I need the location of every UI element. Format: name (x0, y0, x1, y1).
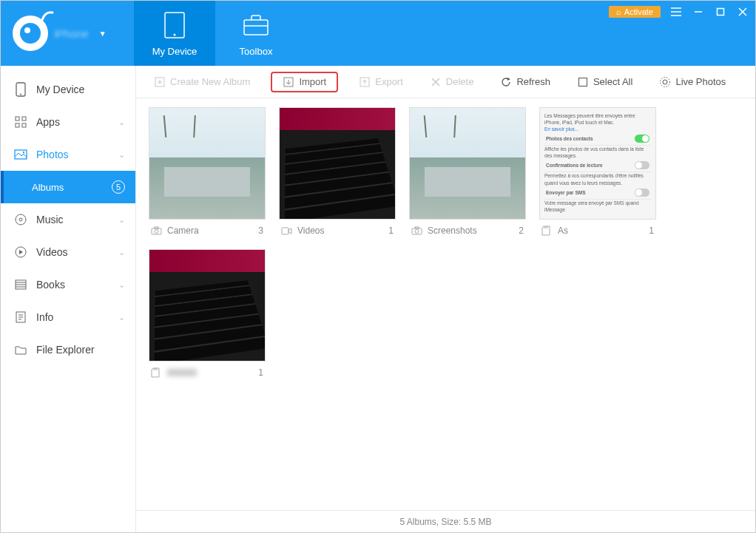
chevron-down-icon: ⌄ (118, 215, 125, 225)
settings-link: En savoir plus... (544, 126, 651, 132)
live-photos-button[interactable]: Live Photos (653, 73, 732, 91)
camera-icon (151, 226, 163, 235)
album-meta: Camera 3 (144, 220, 271, 236)
settings-row: Envoyer par SMS (546, 189, 585, 196)
album-item[interactable]: Camera 3 (144, 107, 271, 236)
menu-icon[interactable] (669, 5, 683, 18)
select-all-button[interactable]: Select All (571, 73, 638, 91)
album-meta: 1 (144, 361, 271, 378)
sidebar-label: Apps (36, 116, 60, 128)
toggle-icon (635, 161, 649, 169)
video-icon (281, 227, 293, 235)
svg-point-20 (19, 218, 22, 221)
main: Create New Album Import Export Delete Re… (136, 66, 755, 532)
header: iPhone ▼ My Device Toolbox ⌕ Activate (1, 1, 755, 66)
music-icon (13, 214, 29, 225)
import-icon (283, 76, 294, 88)
album-count: 1 (649, 225, 654, 236)
album-name: As (558, 225, 568, 236)
tablet-icon (161, 10, 188, 40)
album-name: Camera (167, 225, 199, 236)
album-item[interactable]: 1 (144, 249, 271, 378)
svg-rect-8 (718, 9, 724, 16)
svg-point-12 (20, 94, 21, 95)
sidebar-item-apps[interactable]: Apps ⌄ (1, 106, 135, 138)
album-thumb (149, 249, 266, 361)
delete-button[interactable]: Delete (424, 73, 480, 91)
svg-rect-2 (244, 20, 268, 35)
settings-text: Les Messages peuvent être envoyés entre … (544, 112, 651, 126)
folder-icon (13, 345, 29, 355)
key-icon: ⌕ (616, 7, 621, 16)
album-thumb (409, 107, 526, 220)
svg-point-18 (23, 152, 24, 153)
statusbar: 5 Albums, Size: 5.5 MB (136, 510, 755, 532)
header-tabs: My Device Toolbox (134, 1, 297, 66)
album-count: 2 (519, 225, 524, 236)
sidebar-label: File Explorer (36, 344, 95, 356)
chevron-down-icon: ⌄ (118, 150, 125, 160)
toggle-icon (635, 189, 649, 197)
svg-point-19 (16, 214, 26, 225)
books-icon (13, 279, 29, 290)
apps-icon (13, 116, 29, 128)
activate-button[interactable]: ⌕ Activate (609, 6, 661, 18)
plus-icon (154, 76, 166, 88)
sidebar-item-info[interactable]: Info ⌄ (1, 301, 135, 333)
window-controls: ⌕ Activate (609, 5, 749, 18)
caret-down-icon[interactable]: ▼ (99, 30, 107, 38)
sidebar-item-music[interactable]: Music ⌄ (1, 203, 135, 236)
tab-my-device[interactable]: My Device (134, 1, 215, 66)
tab-label: Toolbox (240, 46, 273, 57)
sidebar-subitem-albums[interactable]: Albums 5 (1, 171, 135, 203)
import-button[interactable]: Import (271, 72, 338, 92)
delete-icon (430, 76, 442, 88)
svg-point-40 (663, 80, 667, 84)
album-name: Screenshots (428, 225, 477, 236)
settings-sub: Votre message sera envoyé par SMS quand … (544, 200, 651, 213)
export-icon (359, 76, 371, 88)
album-item[interactable]: Les Messages peuvent être envoyés entre … (534, 107, 661, 236)
sidebar-label: Photos (36, 149, 69, 160)
camera-icon (411, 226, 423, 235)
export-button[interactable]: Export (353, 73, 409, 91)
svg-rect-13 (16, 117, 19, 120)
svg-rect-39 (578, 78, 587, 86)
sidebar-item-books[interactable]: Books ⌄ (1, 268, 135, 301)
settings-row: Confirmations de lecture (546, 162, 603, 169)
refresh-icon (500, 76, 512, 88)
logo-area[interactable]: iPhone ▼ (1, 1, 134, 66)
tab-toolbox[interactable]: Toolbox (215, 1, 297, 66)
sd-icon (541, 225, 553, 236)
album-count: 3 (258, 225, 263, 236)
device-name: iPhone (54, 27, 89, 40)
videos-icon (13, 246, 29, 258)
create-album-button[interactable]: Create New Album (148, 73, 256, 91)
sidebar-item-videos[interactable]: Videos ⌄ (1, 236, 135, 268)
svg-marker-38 (507, 78, 510, 81)
maximize-icon[interactable] (714, 5, 727, 18)
minimize-icon[interactable] (692, 5, 705, 18)
sidebar-label: Music (36, 214, 64, 225)
settings-sub: Affiche les photos de vos contacts dans … (544, 146, 651, 159)
svg-rect-16 (22, 123, 26, 127)
body: My Device Apps ⌄ Photos ⌄ Albums 5 Music… (1, 66, 755, 532)
album-count: 1 (388, 225, 394, 236)
svg-marker-46 (288, 228, 291, 234)
tb-label: Live Photos (675, 76, 726, 87)
chevron-down-icon: ⌄ (118, 313, 125, 322)
tb-label: Create New Album (170, 76, 250, 87)
sidebar-item-photos[interactable]: Photos ⌄ (1, 138, 135, 171)
toolbar: Create New Album Import Export Delete Re… (136, 66, 755, 98)
album-count: 1 (258, 367, 263, 378)
tb-label: Export (375, 76, 403, 87)
sidebar-item-file-explorer[interactable]: File Explorer (1, 333, 135, 366)
chevron-down-icon: ⌄ (118, 248, 125, 257)
album-item[interactable]: Videos 1 (274, 107, 401, 236)
refresh-button[interactable]: Refresh (494, 73, 556, 91)
album-item[interactable]: Screenshots 2 (404, 107, 531, 236)
tb-label: Select All (593, 76, 632, 87)
close-icon[interactable] (736, 5, 749, 18)
svg-rect-14 (22, 117, 26, 120)
sidebar-item-my-device[interactable]: My Device (1, 73, 135, 106)
